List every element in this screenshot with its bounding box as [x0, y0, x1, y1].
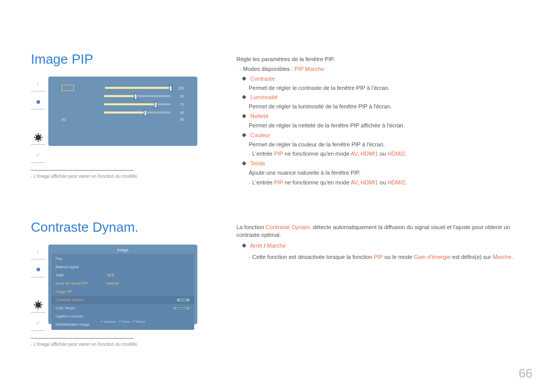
note-mid2: est défini(e) sur: [452, 254, 491, 260]
osd-row-label: Réinitialisation image: [55, 323, 102, 326]
item-desc: Permet de régler la luminosité de la fen…: [249, 103, 534, 110]
osd-pill: Marche: [173, 306, 190, 310]
bullet-icon: [242, 114, 246, 118]
slider-color: 60: [51, 108, 194, 117]
slider-value: 45: [174, 95, 184, 98]
slider-sharpness: 75: [51, 100, 194, 108]
side-icon-strip: I ⤢: [31, 245, 45, 334]
sun-icon: [35, 135, 41, 140]
item-label: Teinte: [250, 160, 265, 166]
slider-brightness: 45: [51, 92, 194, 100]
option-off: Arrêt: [250, 242, 262, 249]
section-contraste-dynam: Contraste Dynam. I ⤢ Image Plus Balance …: [31, 219, 534, 347]
sun-icon: [35, 303, 41, 308]
osd-row-value: : Marche: [105, 282, 119, 285]
option-sep: /: [264, 242, 265, 249]
bullet-icon: [242, 161, 246, 165]
option-on: Marche: [267, 242, 286, 249]
osd-row-value: : 16:9: [105, 273, 114, 277]
osd-row-label: Balance signal: [55, 265, 102, 269]
slider-value: 60: [174, 111, 184, 115]
divider: [31, 170, 134, 171]
bullet-icon: [242, 243, 246, 247]
osd-row-label: Plus: [55, 257, 102, 260]
note-mid: ne fonctionne qu'en mode: [285, 179, 349, 185]
note-pip: PIP: [274, 179, 283, 185]
item-label: Netteté: [250, 113, 268, 119]
bullet-icon: [242, 133, 246, 137]
intro-keyword: Contraste Dynam.: [266, 224, 311, 230]
item-label: Contraste: [250, 76, 275, 82]
input-icon: I: [38, 249, 39, 254]
osd-screenshot-dynam: Image Plus Balance signal Taille : 16:9 …: [48, 245, 197, 324]
note-gain: Gain d'énergie: [414, 254, 450, 260]
note-pip: PIP: [374, 254, 383, 260]
osd-title: Image: [51, 248, 194, 252]
osd-screenshot-pip: 100 45 75 60: [48, 77, 197, 146]
manual-page: Image PIP I ⤢ 100: [0, 0, 555, 392]
osd-preview-wrap: I ⤢ Image Plus Balance signal Taille : 1…: [31, 245, 226, 334]
osd-selected-pill: Arrêt: [176, 298, 190, 302]
osd-preview-wrap: I ⤢ 100 45: [31, 77, 226, 166]
tint-left: 50: [62, 118, 66, 121]
note-mid: ne fonctionne qu'en mode: [285, 151, 349, 157]
input-icon: I: [38, 81, 39, 86]
divider: [31, 338, 134, 339]
page-number: 66: [519, 366, 532, 381]
item-desc: Permet de régler le contraste de la fenê…: [249, 84, 534, 92]
dot-icon: [36, 100, 40, 104]
section-image-pip: Image PIP I ⤢ 100: [31, 51, 534, 189]
note-or: ou: [380, 179, 386, 185]
bullet-icon: [242, 95, 246, 99]
osd-row-label: Taille: [55, 273, 102, 277]
note-h1: HDMI1: [361, 151, 378, 157]
dot-icon: [36, 268, 40, 271]
item-desc: Permet de régler la netteté de la fenêtr…: [249, 122, 534, 129]
modes-value: PIP Marche: [294, 66, 324, 72]
bullet-icon: [242, 76, 246, 80]
note-av: AV: [351, 151, 358, 157]
note-h2: HDMI2: [387, 179, 405, 185]
item-desc: Permet de régler la couleur de la fenêtr…: [249, 141, 534, 148]
tint-row: 50 50: [51, 117, 194, 122]
slider-value: 75: [174, 103, 184, 106]
note-av: AV: [351, 179, 358, 185]
note-mid: ou le mode: [384, 254, 412, 260]
expand-icon: ⤢: [36, 153, 40, 158]
description-column: Règle les paramètres de la fenêtre PIP. …: [226, 51, 534, 189]
footnote: L'image affichée peut varier en fonction…: [31, 174, 226, 179]
modes-prefix: Modes disponibles :: [239, 66, 293, 72]
slider-contrast: 100: [51, 84, 194, 92]
osd-row-label: Image PIP: [55, 290, 102, 293]
osd-row-label: Cont. lampe: [55, 306, 102, 310]
slider-value: 100: [174, 86, 184, 90]
left-column: Contraste Dynam. I ⤢ Image Plus Balance …: [31, 219, 226, 347]
note-h1: HDMI1: [361, 179, 378, 185]
tint-right: 50: [180, 118, 184, 121]
note-pre: L'entrée: [249, 151, 272, 157]
side-icon-strip: I ⤢: [31, 77, 45, 166]
section-title: Contraste Dynam.: [31, 219, 226, 235]
note-on: Marche: [493, 254, 512, 260]
note-pip: PIP: [274, 151, 283, 157]
intro-pre: La fonction: [236, 224, 264, 230]
left-column: Image PIP I ⤢ 100: [31, 51, 226, 179]
expand-icon: ⤢: [36, 321, 40, 326]
section-title: Image PIP: [31, 51, 226, 67]
note-pre: L'entrée: [249, 179, 272, 185]
footnote: L'image affichée peut varier en fonction…: [31, 342, 226, 347]
item-label: Couleur: [250, 132, 270, 138]
note-or: ou: [380, 151, 386, 157]
note-h2: HDMI2: [387, 151, 405, 157]
note-pre: Cette fonction est désactivée lorsque la…: [249, 254, 372, 260]
intro-text: Règle les paramètres de la fenêtre PIP.: [236, 55, 534, 63]
item-desc: Ajoute une nuance naturelle à la fenêtre…: [249, 169, 534, 177]
description-column: La fonction Contraste Dynam. détecte aut…: [226, 219, 534, 263]
osd-row-label: Capteur Luminos.: [55, 314, 102, 318]
item-label: Luminosité: [250, 94, 278, 100]
osd-row-label: Mode de l'écran PIP: [55, 282, 102, 285]
osd-row-label: Contraste Dynam.: [55, 298, 102, 302]
